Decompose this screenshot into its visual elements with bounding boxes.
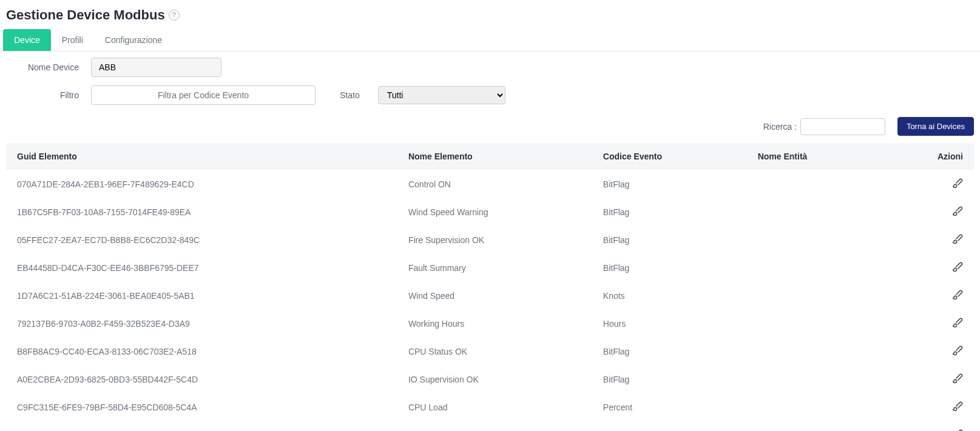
tab-device[interactable]: Device bbox=[3, 29, 51, 51]
cell-entita bbox=[747, 282, 884, 310]
cell-nome: Fault Summary bbox=[397, 254, 592, 282]
help-icon[interactable]: ? bbox=[169, 10, 180, 21]
cell-codice: BitFlag bbox=[592, 254, 747, 282]
tab-profili[interactable]: Profili bbox=[51, 29, 94, 51]
column-header: Nome Entità bbox=[747, 143, 884, 170]
cell-guid: 1B67C5FB-7F03-10A8-7155-7014FE49-89EA bbox=[6, 198, 397, 226]
stato-label: Stato bbox=[340, 90, 360, 100]
cell-entita bbox=[747, 310, 884, 338]
edit-brush-icon[interactable] bbox=[952, 401, 963, 413]
cell-codice: Hours bbox=[592, 310, 747, 338]
edit-brush-icon[interactable] bbox=[952, 429, 963, 431]
cell-guid: B8FB8AC9-CC40-ECA3-8133-06C703E2-A518 bbox=[6, 338, 397, 366]
tab-bar: DeviceProfiliConfigurazione bbox=[0, 29, 980, 52]
nome-device-label: Nome Device bbox=[6, 62, 91, 72]
edit-brush-icon[interactable] bbox=[952, 178, 963, 190]
cell-guid: 7C60CFB3-4EB8-2CCE-B1CF-409DA7EC-6997 bbox=[6, 421, 397, 432]
cell-actions bbox=[884, 366, 974, 393]
cell-entita bbox=[747, 366, 884, 393]
device-table: Guid ElementoNome ElementoCodice EventoN… bbox=[6, 143, 974, 431]
cell-actions bbox=[884, 421, 974, 432]
page-title: Gestione Device Modbus bbox=[6, 7, 165, 23]
table-row: A0E2CBEA-2D93-6825-0BD3-55BD442F-5C4DIO … bbox=[6, 366, 974, 393]
cell-nome: Transformer OK bbox=[397, 421, 592, 432]
column-header: Guid Elemento bbox=[6, 143, 397, 170]
cell-entita bbox=[747, 170, 884, 198]
cell-nome: Working Hours bbox=[397, 310, 592, 338]
table-row: EB44458D-D4CA-F30C-EE46-3BBF6795-DEE7Fau… bbox=[6, 254, 974, 282]
table-row: B8FB8AC9-CC40-ECA3-8133-06C703E2-A518CPU… bbox=[6, 338, 974, 366]
edit-brush-icon[interactable] bbox=[952, 261, 963, 274]
cell-codice: BitFlag bbox=[592, 338, 747, 366]
cell-nome: IO Supervision OK bbox=[397, 366, 592, 393]
column-header: Nome Elemento bbox=[397, 143, 592, 170]
cell-entita bbox=[747, 254, 884, 282]
tab-configurazione[interactable]: Configurazione bbox=[94, 29, 173, 51]
cell-entita bbox=[747, 338, 884, 366]
column-header: Azioni bbox=[884, 143, 974, 170]
edit-brush-icon[interactable] bbox=[952, 289, 963, 302]
search-label: Ricerca : bbox=[763, 122, 797, 132]
search-input[interactable] bbox=[800, 118, 885, 135]
cell-nome: Wind Speed Warning bbox=[397, 198, 592, 226]
cell-guid: C9FC315E-6FE9-79BF-58D4-E95CD608-5C4A bbox=[6, 393, 397, 421]
edit-brush-icon[interactable] bbox=[952, 317, 963, 330]
cell-guid: 05FFEC27-2EA7-EC7D-B8B8-EC6C2D32-849C bbox=[6, 226, 397, 254]
cell-codice: BitFlag bbox=[592, 366, 747, 393]
table-row: C9FC315E-6FE9-79BF-58D4-E95CD608-5C4ACPU… bbox=[6, 393, 974, 421]
cell-actions bbox=[884, 170, 974, 198]
cell-guid: A0E2CBEA-2D93-6825-0BD3-55BD442F-5C4D bbox=[6, 366, 397, 393]
filtro-input[interactable] bbox=[91, 85, 316, 105]
cell-nome: CPU Status OK bbox=[397, 338, 592, 366]
filtro-label: Filtro bbox=[6, 90, 91, 100]
cell-nome: Control ON bbox=[397, 170, 592, 198]
cell-codice: BitFlag bbox=[592, 170, 747, 198]
cell-codice: Knots bbox=[592, 282, 747, 310]
edit-brush-icon[interactable] bbox=[952, 233, 963, 246]
cell-actions bbox=[884, 226, 974, 254]
cell-guid: 1D7A6C21-51AB-224E-3061-BEA0E405-5AB1 bbox=[6, 282, 397, 310]
table-row: 1B67C5FB-7F03-10A8-7155-7014FE49-89EAWin… bbox=[6, 198, 974, 226]
cell-entita bbox=[747, 198, 884, 226]
table-row: 1D7A6C21-51AB-224E-3061-BEA0E405-5AB1Win… bbox=[6, 282, 974, 310]
table-row: 7C60CFB3-4EB8-2CCE-B1CF-409DA7EC-6997Tra… bbox=[6, 421, 974, 432]
cell-actions bbox=[884, 254, 974, 282]
cell-nome: CPU Load bbox=[397, 393, 592, 421]
cell-nome: Fire Supervision OK bbox=[397, 226, 592, 254]
cell-codice: Percent bbox=[592, 393, 747, 421]
cell-actions bbox=[884, 282, 974, 310]
edit-brush-icon[interactable] bbox=[952, 345, 963, 358]
cell-guid: EB44458D-D4CA-F30C-EE46-3BBF6795-DEE7 bbox=[6, 254, 397, 282]
table-row: 05FFEC27-2EA7-EC7D-B8B8-EC6C2D32-849CFir… bbox=[6, 226, 974, 254]
cell-actions bbox=[884, 393, 974, 421]
cell-actions bbox=[884, 198, 974, 226]
table-row: 070A71DE-284A-2EB1-96EF-7F489629-E4CDCon… bbox=[6, 170, 974, 198]
nome-device-input[interactable] bbox=[91, 58, 221, 77]
return-button[interactable]: Torna ai Devices bbox=[897, 117, 974, 136]
cell-entita bbox=[747, 393, 884, 421]
edit-brush-icon[interactable] bbox=[952, 205, 963, 218]
cell-guid: 070A71DE-284A-2EB1-96EF-7F489629-E4CD bbox=[6, 170, 397, 198]
cell-codice: BitFlag bbox=[592, 226, 747, 254]
edit-brush-icon[interactable] bbox=[952, 373, 963, 386]
cell-guid: 792137B6-9703-A0B2-F459-32B523E4-D3A9 bbox=[6, 310, 397, 338]
cell-codice: BitFlag bbox=[592, 421, 747, 432]
cell-entita bbox=[747, 421, 884, 432]
cell-nome: Wind Speed bbox=[397, 282, 592, 310]
table-row: 792137B6-9703-A0B2-F459-32B523E4-D3A9Wor… bbox=[6, 310, 974, 338]
cell-entita bbox=[747, 226, 884, 254]
cell-actions bbox=[884, 310, 974, 338]
cell-codice: BitFlag bbox=[592, 198, 747, 226]
cell-actions bbox=[884, 338, 974, 366]
stato-select[interactable]: Tutti bbox=[378, 86, 505, 104]
column-header: Codice Evento bbox=[592, 143, 747, 170]
